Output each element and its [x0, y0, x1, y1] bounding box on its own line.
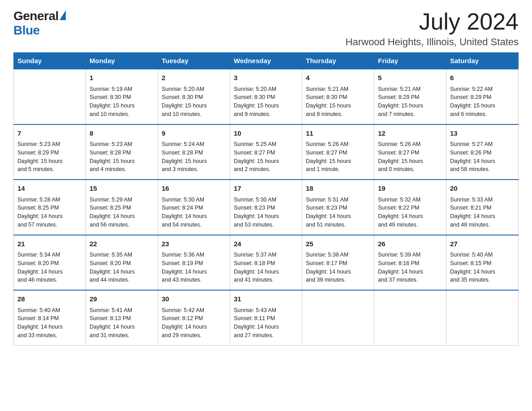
day-number: 23 [162, 239, 226, 249]
logo-general-text: General [13, 9, 59, 23]
day-number: 18 [306, 184, 370, 194]
calendar-cell: 23Sunrise: 5:36 AM Sunset: 8:19 PM Dayli… [158, 235, 230, 291]
day-number: 8 [90, 128, 154, 139]
calendar-cell: 6Sunrise: 5:22 AM Sunset: 8:29 PM Daylig… [446, 69, 519, 124]
day-number: 31 [234, 294, 298, 304]
calendar-cell: 4Sunrise: 5:21 AM Sunset: 8:30 PM Daylig… [302, 69, 374, 124]
day-number: 21 [17, 239, 82, 249]
calendar-cell [374, 290, 446, 345]
day-info: Sunrise: 5:37 AM Sunset: 8:18 PM Dayligh… [234, 251, 298, 284]
calendar-cell: 25Sunrise: 5:38 AM Sunset: 8:17 PM Dayli… [302, 235, 374, 291]
day-number: 12 [378, 128, 442, 139]
day-info: Sunrise: 5:20 AM Sunset: 8:30 PM Dayligh… [162, 85, 226, 119]
day-number: 5 [378, 73, 442, 83]
day-number: 7 [17, 128, 82, 139]
calendar-cell: 14Sunrise: 5:28 AM Sunset: 8:25 PM Dayli… [14, 180, 86, 235]
day-number: 30 [162, 294, 226, 304]
day-info: Sunrise: 5:29 AM Sunset: 8:25 PM Dayligh… [90, 196, 154, 229]
day-info: Sunrise: 5:22 AM Sunset: 8:29 PM Dayligh… [450, 85, 515, 119]
calendar-cell: 15Sunrise: 5:29 AM Sunset: 8:25 PM Dayli… [86, 180, 158, 235]
day-info: Sunrise: 5:24 AM Sunset: 8:28 PM Dayligh… [162, 140, 226, 174]
calendar-cell: 12Sunrise: 5:26 AM Sunset: 8:27 PM Dayli… [374, 124, 446, 180]
calendar-header-row: SundayMondayTuesdayWednesdayThursdayFrid… [14, 52, 519, 69]
calendar-cell: 2Sunrise: 5:20 AM Sunset: 8:30 PM Daylig… [158, 69, 230, 124]
day-info: Sunrise: 5:38 AM Sunset: 8:17 PM Dayligh… [306, 251, 370, 284]
day-info: Sunrise: 5:35 AM Sunset: 8:20 PM Dayligh… [90, 251, 154, 284]
calendar-cell: 8Sunrise: 5:23 AM Sunset: 8:28 PM Daylig… [86, 124, 158, 180]
calendar-cell [302, 290, 374, 345]
day-number: 20 [450, 184, 515, 194]
logo: General Blue [13, 9, 66, 38]
calendar-cell [14, 69, 86, 124]
day-info: Sunrise: 5:32 AM Sunset: 8:22 PM Dayligh… [378, 196, 442, 229]
day-number: 22 [90, 239, 154, 249]
day-info: Sunrise: 5:42 AM Sunset: 8:12 PM Dayligh… [162, 306, 226, 340]
calendar-cell: 18Sunrise: 5:31 AM Sunset: 8:23 PM Dayli… [302, 180, 374, 235]
calendar-week-row: 21Sunrise: 5:34 AM Sunset: 8:20 PM Dayli… [14, 235, 519, 291]
day-number: 4 [306, 73, 370, 83]
day-number: 29 [90, 294, 154, 304]
calendar-cell: 11Sunrise: 5:26 AM Sunset: 8:27 PM Dayli… [302, 124, 374, 180]
day-number: 16 [162, 184, 226, 194]
day-number: 6 [450, 73, 515, 83]
day-info: Sunrise: 5:21 AM Sunset: 8:30 PM Dayligh… [306, 85, 370, 119]
calendar-cell: 16Sunrise: 5:30 AM Sunset: 8:24 PM Dayli… [158, 180, 230, 235]
day-info: Sunrise: 5:40 AM Sunset: 8:14 PM Dayligh… [17, 306, 82, 340]
calendar-cell: 26Sunrise: 5:39 AM Sunset: 8:16 PM Dayli… [374, 235, 446, 291]
page-header: General Blue July 2024 Harwood Heights, … [13, 9, 519, 48]
logo-triangle-icon [60, 10, 66, 20]
calendar-week-row: 7Sunrise: 5:23 AM Sunset: 8:29 PM Daylig… [14, 124, 519, 180]
calendar-cell: 5Sunrise: 5:21 AM Sunset: 8:29 PM Daylig… [374, 69, 446, 124]
day-number: 26 [378, 239, 442, 249]
calendar-cell: 13Sunrise: 5:27 AM Sunset: 8:26 PM Dayli… [446, 124, 519, 180]
day-number: 11 [306, 128, 370, 139]
calendar-cell: 19Sunrise: 5:32 AM Sunset: 8:22 PM Dayli… [374, 180, 446, 235]
calendar-cell: 17Sunrise: 5:30 AM Sunset: 8:23 PM Dayli… [230, 180, 302, 235]
day-number: 10 [234, 128, 298, 139]
calendar-header-wednesday: Wednesday [230, 52, 302, 69]
day-info: Sunrise: 5:25 AM Sunset: 8:27 PM Dayligh… [234, 140, 298, 174]
day-number: 14 [17, 184, 82, 194]
calendar-header-thursday: Thursday [302, 52, 374, 69]
calendar-cell: 1Sunrise: 5:19 AM Sunset: 8:30 PM Daylig… [86, 69, 158, 124]
calendar-cell: 29Sunrise: 5:41 AM Sunset: 8:13 PM Dayli… [86, 290, 158, 345]
calendar-cell: 9Sunrise: 5:24 AM Sunset: 8:28 PM Daylig… [158, 124, 230, 180]
day-number: 2 [162, 73, 226, 83]
calendar-week-row: 1Sunrise: 5:19 AM Sunset: 8:30 PM Daylig… [14, 69, 519, 124]
day-number: 1 [90, 73, 154, 83]
day-info: Sunrise: 5:28 AM Sunset: 8:25 PM Dayligh… [17, 196, 82, 229]
calendar-header-friday: Friday [374, 52, 446, 69]
day-number: 17 [234, 184, 298, 194]
month-title: July 2024 [346, 9, 519, 34]
calendar-week-row: 14Sunrise: 5:28 AM Sunset: 8:25 PM Dayli… [14, 180, 519, 235]
day-info: Sunrise: 5:26 AM Sunset: 8:27 PM Dayligh… [306, 140, 370, 174]
day-info: Sunrise: 5:20 AM Sunset: 8:30 PM Dayligh… [234, 85, 298, 119]
day-info: Sunrise: 5:39 AM Sunset: 8:16 PM Dayligh… [378, 251, 442, 284]
calendar-cell [446, 290, 519, 345]
day-info: Sunrise: 5:19 AM Sunset: 8:30 PM Dayligh… [90, 85, 154, 119]
location-title: Harwood Heights, Illinois, United States [346, 36, 519, 48]
day-info: Sunrise: 5:30 AM Sunset: 8:24 PM Dayligh… [162, 196, 226, 229]
day-number: 19 [378, 184, 442, 194]
day-info: Sunrise: 5:33 AM Sunset: 8:21 PM Dayligh… [450, 196, 515, 229]
day-info: Sunrise: 5:23 AM Sunset: 8:28 PM Dayligh… [90, 140, 154, 174]
day-info: Sunrise: 5:34 AM Sunset: 8:20 PM Dayligh… [17, 251, 82, 284]
day-number: 27 [450, 239, 515, 249]
logo-blue-text: Blue [13, 23, 40, 38]
calendar-cell: 22Sunrise: 5:35 AM Sunset: 8:20 PM Dayli… [86, 235, 158, 291]
day-number: 15 [90, 184, 154, 194]
day-info: Sunrise: 5:36 AM Sunset: 8:19 PM Dayligh… [162, 251, 226, 284]
day-info: Sunrise: 5:41 AM Sunset: 8:13 PM Dayligh… [90, 306, 154, 340]
calendar-week-row: 28Sunrise: 5:40 AM Sunset: 8:14 PM Dayli… [14, 290, 519, 345]
title-section: July 2024 Harwood Heights, Illinois, Uni… [346, 9, 519, 48]
day-number: 3 [234, 73, 298, 83]
calendar-table: SundayMondayTuesdayWednesdayThursdayFrid… [13, 52, 519, 346]
day-info: Sunrise: 5:30 AM Sunset: 8:23 PM Dayligh… [234, 196, 298, 229]
calendar-cell: 7Sunrise: 5:23 AM Sunset: 8:29 PM Daylig… [14, 124, 86, 180]
calendar-cell: 28Sunrise: 5:40 AM Sunset: 8:14 PM Dayli… [14, 290, 86, 345]
day-info: Sunrise: 5:27 AM Sunset: 8:26 PM Dayligh… [450, 140, 515, 174]
day-number: 25 [306, 239, 370, 249]
calendar-header-saturday: Saturday [446, 52, 519, 69]
calendar-cell: 27Sunrise: 5:40 AM Sunset: 8:15 PM Dayli… [446, 235, 519, 291]
calendar-header-monday: Monday [86, 52, 158, 69]
